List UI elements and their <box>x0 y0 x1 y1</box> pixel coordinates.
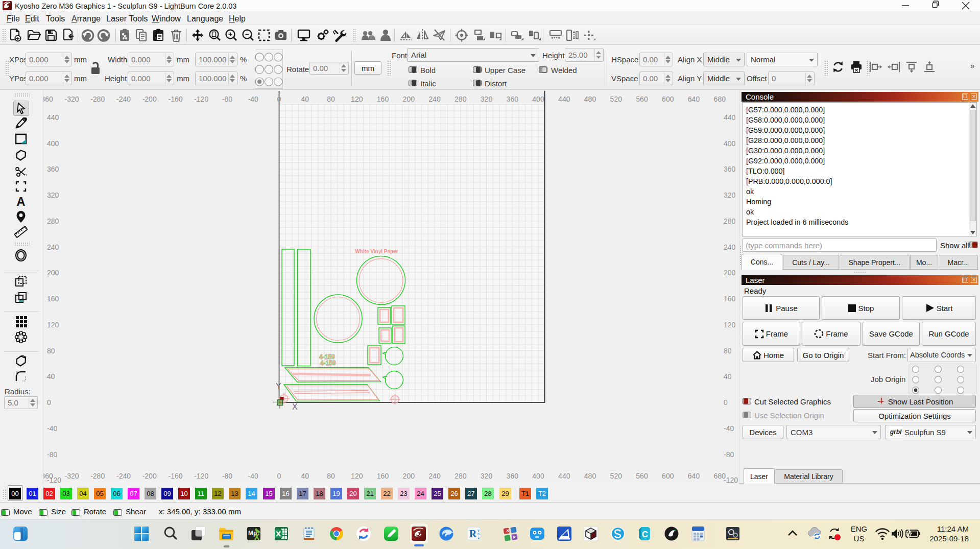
svg-text:240: 240 <box>47 243 59 251</box>
svg-text:-360: -360 <box>43 95 53 103</box>
svg-text:680: 680 <box>714 95 726 103</box>
svg-text:200: 200 <box>47 269 59 277</box>
svg-text:640: 640 <box>688 472 700 480</box>
svg-text:560: 560 <box>636 472 648 480</box>
svg-text:360: 360 <box>47 165 59 173</box>
svg-text:80: 80 <box>327 95 335 103</box>
svg-text:120: 120 <box>724 321 736 329</box>
svg-text:-320: -320 <box>64 95 79 103</box>
svg-text:120: 120 <box>47 321 59 329</box>
svg-text:-240: -240 <box>116 95 131 103</box>
svg-text:640: 640 <box>688 95 700 103</box>
svg-text:4-159: 4-159 <box>320 360 336 367</box>
svg-text:320: 320 <box>481 472 493 480</box>
svg-text:320: 320 <box>481 95 493 103</box>
svg-text:80: 80 <box>47 347 55 355</box>
svg-text:40: 40 <box>301 95 309 103</box>
svg-text:200: 200 <box>724 269 736 277</box>
svg-text:-280: -280 <box>90 95 105 103</box>
svg-text:200: 200 <box>403 472 415 480</box>
svg-text:320: 320 <box>47 191 59 199</box>
svg-text:-80: -80 <box>222 95 232 103</box>
svg-text:480: 480 <box>584 95 596 103</box>
svg-text:200: 200 <box>403 95 415 103</box>
svg-text:-40: -40 <box>47 424 57 433</box>
svg-text:n: n <box>477 532 480 536</box>
svg-text:0: 0 <box>277 472 281 480</box>
svg-text:0: 0 <box>47 398 51 407</box>
svg-text:320: 320 <box>724 191 736 199</box>
svg-text:C: C <box>642 530 648 539</box>
svg-text:520: 520 <box>610 472 623 480</box>
svg-text:0: 0 <box>724 398 728 407</box>
svg-text:-280: -280 <box>90 472 105 480</box>
svg-text:40: 40 <box>724 372 732 380</box>
svg-text:-160: -160 <box>168 95 182 103</box>
svg-text:v: v <box>477 529 480 532</box>
svg-text:-80: -80 <box>222 472 232 480</box>
svg-text:-120: -120 <box>724 476 738 484</box>
svg-text:40: 40 <box>47 372 55 380</box>
svg-text:-240: -240 <box>116 472 131 480</box>
svg-text:Mp: Mp <box>248 530 257 537</box>
svg-text:120: 120 <box>351 95 363 103</box>
svg-text:400: 400 <box>532 472 544 480</box>
svg-text:160: 160 <box>724 295 736 303</box>
svg-text:-160: -160 <box>168 472 182 480</box>
svg-text:120: 120 <box>351 472 363 480</box>
svg-text:X: X <box>292 402 298 411</box>
svg-text:grbl: grbl <box>890 428 902 436</box>
svg-text:-120: -120 <box>194 95 208 103</box>
svg-text:600: 600 <box>662 472 674 480</box>
svg-text:280: 280 <box>724 217 736 225</box>
svg-text:R: R <box>469 528 477 539</box>
svg-text:-40: -40 <box>724 424 734 433</box>
svg-text:400: 400 <box>724 139 736 148</box>
svg-text:160: 160 <box>47 295 59 303</box>
svg-text:240: 240 <box>428 95 441 103</box>
svg-text:80: 80 <box>327 472 335 480</box>
svg-text:160: 160 <box>377 472 389 480</box>
svg-text:Y: Y <box>276 382 281 391</box>
svg-text:240: 240 <box>724 243 736 251</box>
svg-text:440: 440 <box>724 113 736 122</box>
svg-text:-320: -320 <box>64 472 79 480</box>
svg-text:440: 440 <box>558 95 570 103</box>
svg-text:-120: -120 <box>47 476 61 484</box>
svg-text:-40: -40 <box>248 472 258 480</box>
svg-text:A: A <box>16 195 25 208</box>
svg-text:400: 400 <box>532 95 544 103</box>
svg-text:-80: -80 <box>724 450 734 459</box>
svg-text:280: 280 <box>455 472 467 480</box>
svg-text:520: 520 <box>610 95 623 103</box>
svg-text:40: 40 <box>301 472 309 480</box>
svg-text:-120: -120 <box>194 472 208 480</box>
svg-text:560: 560 <box>636 95 648 103</box>
svg-text:440: 440 <box>558 472 570 480</box>
svg-text:White Vinyl Paper: White Vinyl Paper <box>355 249 398 254</box>
svg-text:280: 280 <box>47 217 59 225</box>
svg-text:440: 440 <box>47 113 59 122</box>
svg-text:600: 600 <box>662 95 674 103</box>
svg-text:280: 280 <box>455 95 467 103</box>
svg-text:400: 400 <box>47 139 59 148</box>
svg-text:0: 0 <box>277 95 281 103</box>
svg-text:480: 480 <box>584 472 596 480</box>
svg-text:360: 360 <box>507 95 519 103</box>
svg-text:-200: -200 <box>142 472 157 480</box>
svg-text:360: 360 <box>507 472 519 480</box>
svg-text:360: 360 <box>724 165 736 173</box>
svg-text:-200: -200 <box>142 95 157 103</box>
svg-text:-80: -80 <box>47 450 57 459</box>
svg-text:c: c <box>477 536 480 539</box>
svg-text:240: 240 <box>428 472 441 480</box>
svg-text:-40: -40 <box>248 95 258 103</box>
svg-text:80: 80 <box>724 347 732 355</box>
svg-text:160: 160 <box>377 95 389 103</box>
